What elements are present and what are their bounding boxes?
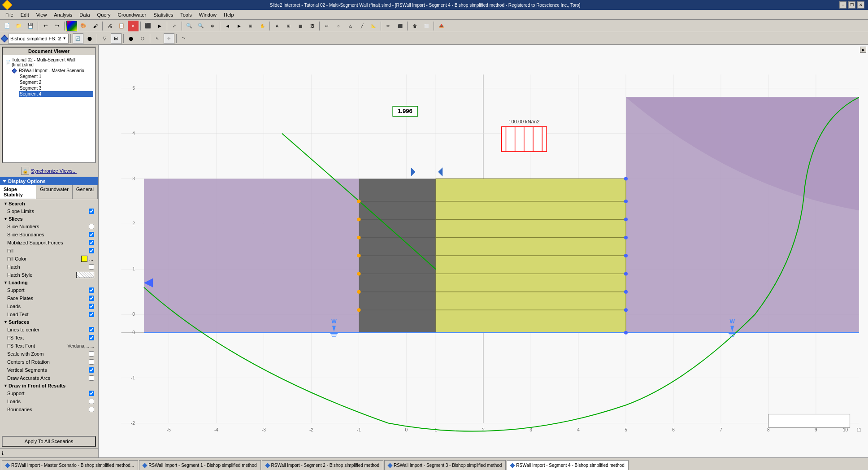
bottom-tab-seg4[interactable]: RSWall Import - Segment 4 - Bishop simpl… <box>507 460 628 470</box>
export-button[interactable]: ✕ <box>128 21 139 31</box>
edit-btn2[interactable]: ✏ <box>383 21 394 31</box>
fs-dropdown[interactable]: Bishop simplified FS: 2 ▼ <box>8 34 69 44</box>
lines-center-checkbox[interactable] <box>89 327 94 332</box>
canvas-area[interactable]: ▶ <box>99 45 868 457</box>
bottom-tab-seg1[interactable]: RSWall Import - Segment 1 - Bishop simpl… <box>139 460 260 470</box>
accurate-arcs-checkbox[interactable] <box>89 375 94 381</box>
minimize-button[interactable]: − <box>839 1 846 9</box>
fs-font-value[interactable]: Verdana,... ... <box>68 344 94 348</box>
redo-button[interactable]: ↪ <box>52 21 62 31</box>
save-button[interactable]: 💾 <box>25 21 36 31</box>
image-button[interactable]: 🖼 <box>307 21 317 31</box>
fs-text-checkbox[interactable] <box>89 335 94 340</box>
filter-button[interactable]: ⬛ <box>395 21 405 31</box>
face-plates-checkbox[interactable] <box>89 296 94 301</box>
paste-button[interactable]: ▶ <box>154 21 165 31</box>
delete2-button[interactable]: ⬜ <box>421 21 432 31</box>
tree-item-master[interactable]: RSWall Import - Master Scenario <box>12 68 93 74</box>
pan-button[interactable]: ✋ <box>257 21 268 31</box>
export2-button[interactable]: 📤 <box>436 21 447 31</box>
zoom-next-button[interactable]: ▶ <box>234 21 244 31</box>
bottom-tab-seg3[interactable]: RSWall Import - Segment 3 - Bishop simpl… <box>384 460 506 470</box>
slope-limits-checkbox[interactable] <box>89 209 94 214</box>
circle-button[interactable]: ○ <box>333 21 344 31</box>
surface-btn[interactable]: ⬤ <box>84 33 95 44</box>
print-button[interactable]: 🖨 <box>104 21 115 31</box>
slice-numbers-checkbox[interactable] <box>89 224 94 229</box>
text-button[interactable]: A <box>272 21 282 31</box>
hatch-checkbox[interactable] <box>89 264 94 270</box>
loads-front-checkbox[interactable] <box>89 399 94 404</box>
tab-groundwater[interactable]: Groundwater <box>36 185 73 199</box>
filter-btn2[interactable]: ▽ <box>99 33 110 44</box>
wave-btn[interactable]: 〜 <box>178 33 189 44</box>
section-search[interactable]: ▼ Search <box>2 200 96 207</box>
table-button[interactable]: ⊞ <box>283 21 294 31</box>
apply-all-button[interactable]: Apply To All Scenarios <box>2 436 96 447</box>
section-draw-front[interactable]: ▼ Draw in Front of Results <box>2 382 96 389</box>
fill-checkbox[interactable] <box>89 248 94 253</box>
load-text-checkbox[interactable] <box>89 312 94 317</box>
print2-button[interactable]: 📋 <box>116 21 127 31</box>
fill-color-ellipsis[interactable]: ... <box>88 256 94 261</box>
support-checkbox[interactable] <box>89 287 94 293</box>
menu-window[interactable]: Window <box>195 11 220 18</box>
tab-general[interactable]: General <box>73 185 98 199</box>
zoom-scale-button[interactable]: ⊞ <box>245 21 256 31</box>
cursor-btn[interactable]: ⊹ <box>164 33 174 44</box>
fill-button[interactable]: 🖌 <box>90 21 100 31</box>
section-slices[interactable]: ▼ Slices <box>2 215 96 222</box>
color-button[interactable] <box>66 21 77 31</box>
measure-button[interactable]: 📐 <box>368 21 379 31</box>
menu-analysis[interactable]: Analysis <box>50 11 76 18</box>
polygon-button[interactable]: △ <box>345 21 356 31</box>
restore-button[interactable]: ❐ <box>848 1 855 9</box>
menu-groundwater[interactable]: Groundwater <box>114 11 150 18</box>
tree-item-root[interactable]: 📄 Tutorial 02 - Multi-Segment Wall (fina… <box>4 57 93 68</box>
filter-btn3[interactable]: ⊞ <box>111 33 122 44</box>
scale-zoom-checkbox[interactable] <box>89 351 94 357</box>
vertical-segments-checkbox[interactable] <box>89 367 94 373</box>
zoom-extents-button[interactable]: ⤢ <box>169 21 180 31</box>
boundaries-front-checkbox[interactable] <box>89 407 94 412</box>
tree-item-seg3[interactable]: Segment 3 <box>19 85 93 91</box>
bottom-tab-master[interactable]: RSWall Import - Master Scenario - Bishop… <box>2 460 138 470</box>
tab-slope-stability[interactable]: Slope Stability <box>0 185 36 199</box>
draw-btn2[interactable]: ⬡ <box>137 33 148 44</box>
menu-view[interactable]: View <box>33 11 51 18</box>
zoom-in-button[interactable]: 🔍 <box>184 21 195 31</box>
arrow-button[interactable]: ↩ <box>321 21 332 31</box>
new-button[interactable]: 📄 <box>2 21 13 31</box>
menu-edit[interactable]: Edit <box>17 11 33 18</box>
line-button[interactable]: ╱ <box>356 21 367 31</box>
fill-color-swatch[interactable] <box>81 256 87 262</box>
support-front-checkbox[interactable] <box>89 391 94 396</box>
menu-query[interactable]: Query <box>94 11 114 18</box>
zoom-prev-button[interactable]: ◀ <box>222 21 233 31</box>
copy-button[interactable]: ⬛ <box>143 21 153 31</box>
tree-item-seg1[interactable]: Segment 1 <box>19 74 93 79</box>
tree-item-seg2[interactable]: Segment 2 <box>19 79 93 85</box>
sync-link[interactable]: Synchronize Views... <box>31 168 77 174</box>
menu-statistics[interactable]: Statistics <box>150 11 177 18</box>
menu-data[interactable]: Data <box>76 11 93 18</box>
loads-checkbox[interactable] <box>89 304 94 309</box>
menu-help[interactable]: Help <box>220 11 238 18</box>
undo-button[interactable]: ↩ <box>40 21 51 31</box>
slice-boundaries-checkbox[interactable] <box>89 232 94 237</box>
legend-button[interactable]: ▦ <box>295 21 306 31</box>
delete-button[interactable]: 🗑 <box>409 21 420 31</box>
zoom-out-button[interactable]: 🔍 <box>195 21 206 31</box>
tree-item-seg4[interactable]: Segment 4 <box>19 91 93 97</box>
section-loading[interactable]: ▼ Loading <box>2 279 96 286</box>
bottom-tab-seg2[interactable]: RSWall Import - Segment 2 - Bishop simpl… <box>262 460 383 470</box>
interpret-btn[interactable]: 🔄 <box>73 33 83 44</box>
pointer-btn[interactable]: ↖ <box>152 33 163 44</box>
centers-rotation-checkbox[interactable] <box>89 359 94 365</box>
scroll-right-arrow[interactable]: ▶ <box>860 47 866 53</box>
menu-file[interactable]: File <box>2 11 17 18</box>
open-button[interactable]: 📁 <box>13 21 24 31</box>
mobilized-support-checkbox[interactable] <box>89 240 94 245</box>
zoom-scroll-button[interactable]: ⊕ <box>207 21 218 31</box>
style-button[interactable]: 🎨 <box>78 21 89 31</box>
